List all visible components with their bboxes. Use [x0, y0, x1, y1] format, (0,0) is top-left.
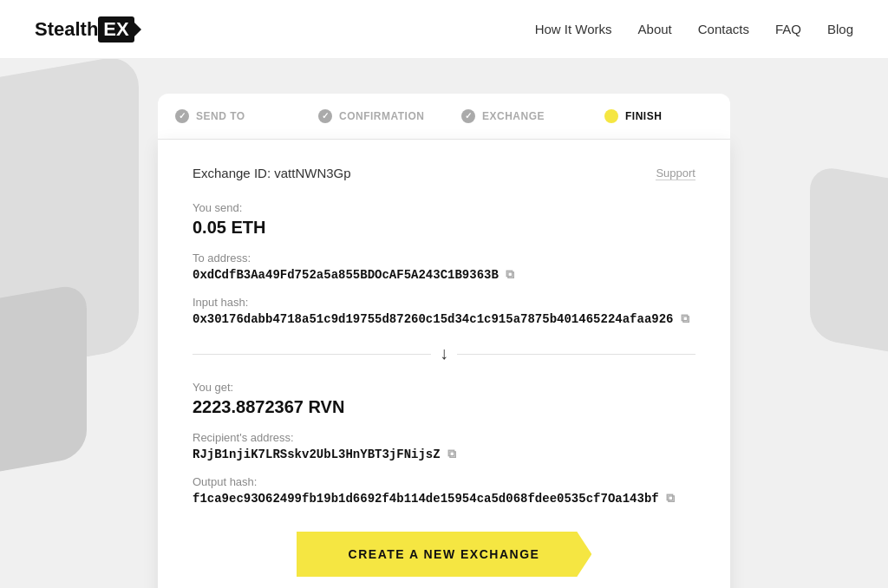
nav-how-it-works[interactable]: How It Works: [535, 22, 612, 36]
card-header: Exchange ID: vattNWN3Gp Support: [193, 166, 695, 180]
to-address-value: 0xdCdfB3Aa49Fd752a5a855BDOcAF5A243C1B936…: [193, 268, 499, 282]
steps-container: ✓ SEND TO ✓ CONFIRMATION ✓ EXCHANGE FINI…: [158, 94, 730, 140]
step-confirmation-icon: ✓: [318, 109, 332, 123]
support-link[interactable]: Support: [656, 167, 695, 180]
header: StealthEX How It Works About Contacts FA…: [0, 0, 888, 59]
you-send-value: 0.05 ETH: [193, 218, 695, 238]
output-hash-group: Output hash: f1ca9ec93O62499fb19b1d6692f…: [193, 475, 695, 506]
step-confirmation: ✓ CONFIRMATION: [301, 94, 444, 139]
step-finish: FINISH: [587, 94, 730, 139]
logo-stealth: Stealth: [35, 18, 98, 41]
input-hash-copy-icon[interactable]: ⧉: [681, 312, 689, 326]
create-new-exchange-button[interactable]: CREATE A NEW EXCHANGE: [297, 532, 592, 577]
step-exchange: ✓ EXCHANGE: [444, 94, 587, 139]
output-hash-copy-icon[interactable]: ⧉: [666, 492, 675, 506]
you-send-group: You send: 0.05 ETH: [193, 201, 695, 238]
nav-faq[interactable]: FAQ: [775, 22, 801, 36]
to-address-group: To address: 0xdCdfB3Aa49Fd752a5a855BDOcA…: [193, 252, 695, 282]
step-finish-icon: [604, 109, 618, 123]
recipient-address-label: Recipient's address:: [193, 431, 695, 444]
step-send-to-icon: ✓: [175, 109, 189, 123]
create-btn-wrapper: CREATE A NEW EXCHANGE: [193, 532, 695, 577]
step-exchange-icon: ✓: [461, 109, 475, 123]
to-address-label: To address:: [193, 252, 695, 265]
logo-ex: EX: [98, 16, 134, 42]
divider-arrow: ↓: [193, 343, 695, 363]
step-send-to: ✓ SEND TO: [158, 94, 301, 139]
logo[interactable]: StealthEX: [35, 16, 134, 42]
recipient-address-copy-icon[interactable]: ⧉: [447, 448, 456, 461]
nav-blog[interactable]: Blog: [827, 22, 853, 36]
you-get-value: 2223.8872367 RVN: [193, 397, 695, 417]
step-send-to-label: SEND TO: [196, 110, 245, 122]
output-hash-label: Output hash:: [193, 475, 695, 488]
output-hash-row: f1ca9ec93O62499fb19b1d6692f4b114de15954c…: [193, 492, 695, 506]
step-exchange-label: EXCHANGE: [482, 110, 545, 122]
nav-contacts[interactable]: Contacts: [698, 22, 749, 36]
input-hash-row: 0x30176dabb4718a51c9d19755d87260c15d34c1…: [193, 312, 695, 326]
step-finish-label: FINISH: [625, 110, 662, 122]
step-confirmation-label: CONFIRMATION: [339, 110, 424, 122]
input-hash-label: Input hash:: [193, 296, 695, 309]
output-hash-value: f1ca9ec93O62499fb19b1d6692f4b114de15954c…: [193, 492, 659, 506]
you-send-label: You send:: [193, 201, 695, 214]
exchange-id: Exchange ID: vattNWN3Gp: [193, 166, 351, 180]
recipient-address-row: RJjB1njiK7LRSskv2UbL3HnYBT3jFNijsZ ⧉: [193, 448, 695, 461]
exchange-card: Exchange ID: vattNWN3Gp Support You send…: [158, 140, 730, 588]
recipient-address-group: Recipient's address: RJjB1njiK7LRSskv2Ub…: [193, 431, 695, 461]
main-nav: How It Works About Contacts FAQ Blog: [535, 22, 853, 36]
recipient-address-value: RJjB1njiK7LRSskv2UbL3HnYBT3jFNijsZ: [193, 448, 441, 461]
to-address-copy-icon[interactable]: ⧉: [506, 268, 514, 282]
to-address-row: 0xdCdfB3Aa49Fd752a5a855BDOcAF5A243C1B936…: [193, 268, 695, 282]
main-content: ✓ SEND TO ✓ CONFIRMATION ✓ EXCHANGE FINI…: [0, 59, 888, 588]
input-hash-value: 0x30176dabb4718a51c9d19755d87260c15d34c1…: [193, 312, 674, 326]
input-hash-group: Input hash: 0x30176dabb4718a51c9d19755d8…: [193, 296, 695, 326]
you-get-label: You get:: [193, 381, 695, 394]
you-get-group: You get: 2223.8872367 RVN: [193, 381, 695, 417]
arrow-down-icon: ↓: [431, 343, 457, 363]
nav-about[interactable]: About: [638, 22, 672, 36]
